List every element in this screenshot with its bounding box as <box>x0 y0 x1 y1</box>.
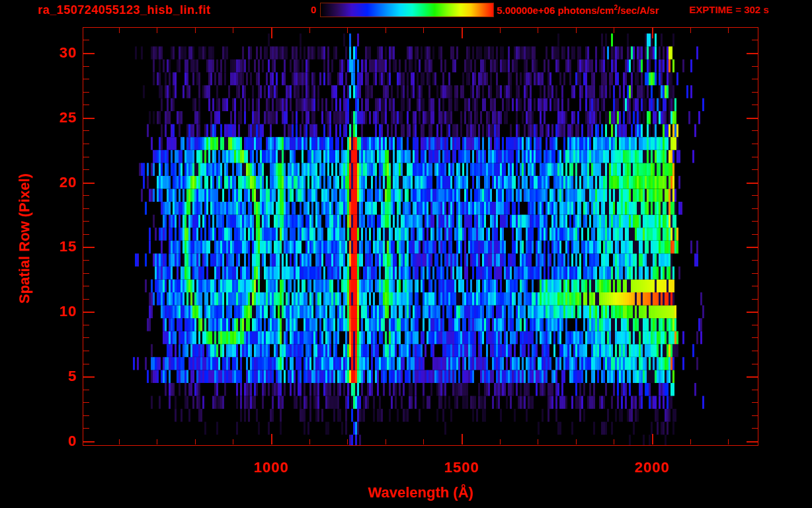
axis-tick-mark <box>271 434 272 444</box>
axis-tick-mark <box>83 183 95 184</box>
axis-tick-mark <box>500 439 501 444</box>
spectrogram-heatmap-canvas <box>83 28 758 445</box>
colorbar-max-value: 5.00000e+06 <box>497 5 555 16</box>
axis-tick-mark <box>752 169 758 170</box>
y-tick-label: 30 <box>46 44 77 62</box>
axis-tick-mark <box>83 234 89 235</box>
axis-tick-mark <box>752 221 758 222</box>
axis-tick-mark <box>747 376 758 378</box>
axis-tick-mark <box>576 439 577 444</box>
axis-tick-mark <box>500 28 501 33</box>
axis-tick-mark <box>747 441 758 443</box>
axis-tick-mark <box>83 325 89 325</box>
axis-tick-mark <box>119 28 120 33</box>
y-tick-label: 20 <box>46 174 77 191</box>
axis-tick-mark <box>119 439 120 444</box>
axis-tick-mark <box>752 92 758 93</box>
axis-tick-mark <box>752 351 758 351</box>
axis-tick-mark <box>752 428 758 429</box>
axis-tick-mark <box>752 299 758 300</box>
axis-tick-mark <box>747 247 758 248</box>
axis-tick-mark <box>83 92 89 93</box>
axis-tick-mark <box>752 273 758 274</box>
axis-tick-mark <box>752 208 758 209</box>
axis-tick-mark <box>752 286 758 286</box>
axis-tick-mark <box>576 28 577 33</box>
colorbar-max-label: 5.00000e+06 photons/cm2/sec/A/sr <box>497 4 659 16</box>
axis-tick-mark <box>752 130 758 131</box>
axis-tick-mark <box>747 53 758 54</box>
axis-tick-mark <box>752 195 758 196</box>
axis-tick-mark <box>83 40 89 40</box>
axis-tick-mark <box>83 208 89 209</box>
axis-tick-mark <box>83 195 89 196</box>
y-tick-label: 0 <box>46 433 77 450</box>
axis-tick-mark <box>462 28 463 38</box>
colorbar-gradient <box>320 3 494 17</box>
x-axis-label: Wavelength (Å) <box>338 484 503 501</box>
axis-tick-mark <box>538 28 538 33</box>
axis-tick-mark <box>652 434 653 444</box>
axis-tick-mark <box>752 79 758 79</box>
axis-tick-mark <box>233 28 233 33</box>
axis-tick-mark <box>83 105 89 105</box>
axis-tick-mark <box>83 351 89 351</box>
colorbar-units-suffix: /sec/A/sr <box>618 5 659 16</box>
axis-tick-mark <box>752 66 758 67</box>
axis-tick-mark <box>386 28 386 33</box>
axis-tick-mark <box>83 415 89 416</box>
axis-tick-mark <box>752 105 758 105</box>
axis-tick-mark <box>752 234 758 235</box>
axis-tick-mark <box>728 439 729 444</box>
axis-tick-mark <box>690 439 691 444</box>
spectrogram-viewer: { "header": { "title": "ra_150724055123_… <box>0 0 812 508</box>
colorbar-units-prefix: photons/cm <box>555 5 614 16</box>
x-tick-label: 2000 <box>622 459 682 476</box>
axis-tick-mark <box>83 428 89 429</box>
axis-tick-mark <box>83 337 89 338</box>
axis-tick-mark <box>728 28 729 33</box>
axis-tick-mark <box>83 130 89 131</box>
axis-tick-mark <box>747 312 758 313</box>
axis-tick-mark <box>423 28 424 33</box>
axis-tick-mark <box>83 221 89 222</box>
axis-tick-mark <box>752 390 758 390</box>
axis-tick-mark <box>83 247 95 248</box>
axis-tick-mark <box>538 439 538 444</box>
axis-tick-mark <box>747 118 758 119</box>
axis-tick-mark <box>195 28 196 33</box>
axis-tick-mark <box>83 169 89 170</box>
axis-tick-mark <box>386 439 386 444</box>
axis-tick-mark <box>233 439 233 444</box>
axis-tick-mark <box>752 157 758 157</box>
axis-tick-mark <box>271 28 272 38</box>
axis-tick-mark <box>752 337 758 338</box>
axis-tick-mark <box>747 183 758 184</box>
axis-tick-mark <box>752 325 758 325</box>
exptime-label: EXPTIME = 302 s <box>689 4 768 15</box>
axis-tick-mark <box>83 364 89 364</box>
axis-tick-mark <box>83 260 89 261</box>
axis-tick-mark <box>83 66 89 67</box>
axis-tick-mark <box>752 144 758 144</box>
colorbar-min-label: 0 <box>295 4 316 15</box>
plot-title: ra_150724055123_hisb_lin.fit <box>38 3 210 17</box>
axis-tick-mark <box>83 79 89 79</box>
y-tick-label: 25 <box>46 109 77 126</box>
axis-tick-mark <box>83 376 95 378</box>
axis-tick-mark <box>83 273 89 274</box>
axis-tick-mark <box>690 28 691 33</box>
axis-tick-mark <box>462 434 463 444</box>
axis-tick-mark <box>157 439 157 444</box>
axis-tick-mark <box>157 28 157 33</box>
axis-tick-mark <box>752 364 758 364</box>
axis-tick-mark <box>752 415 758 416</box>
axis-tick-mark <box>752 40 758 40</box>
y-tick-label: 15 <box>46 238 77 255</box>
axis-tick-mark <box>652 28 653 38</box>
axis-tick-mark <box>309 28 310 33</box>
axis-tick-mark <box>83 390 89 390</box>
axis-tick-mark <box>83 299 89 300</box>
axis-tick-mark <box>752 402 758 403</box>
y-tick-label: 10 <box>46 303 77 320</box>
